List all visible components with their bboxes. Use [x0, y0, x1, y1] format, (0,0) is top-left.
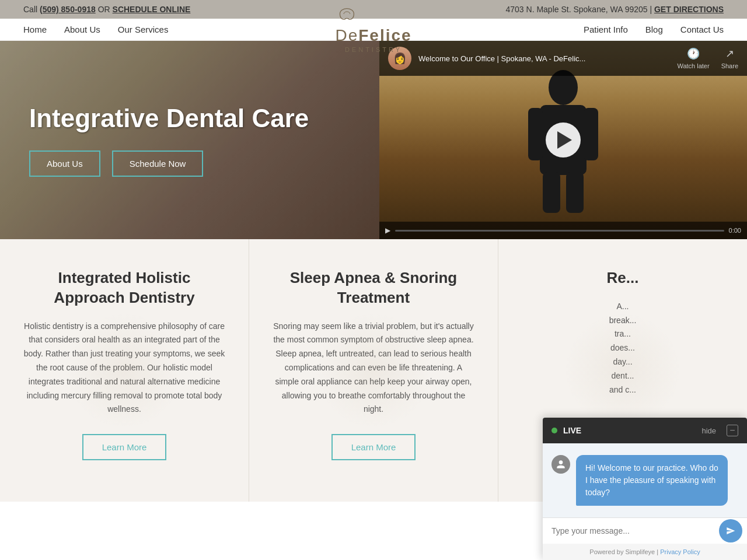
card-holistic: Integrated Holistic Approach Dentistry H…	[0, 239, 249, 502]
share-label: Share	[721, 62, 738, 69]
hero-section: Integrative Dental Care About Us Schedul…	[0, 41, 747, 239]
video-progress-bar[interactable]: ▶ 0:00	[379, 222, 747, 239]
nav-about-us[interactable]: About Us	[64, 24, 100, 34]
logo-felice: Felice	[358, 26, 411, 44]
watch-later-button[interactable]: 🕐 Watch later	[677, 47, 709, 69]
call-text: Call	[23, 5, 40, 14]
video-overlay: 👩 Welcome to Our Office | Spokane, WA - …	[379, 41, 747, 76]
svg-rect-4	[543, 172, 560, 213]
progress-time: 0:00	[729, 227, 741, 234]
nav-right: Patient Info Blog Contact Us	[584, 24, 724, 34]
play-button[interactable]	[546, 123, 581, 158]
hero-buttons: About Us Schedule Now	[29, 150, 350, 177]
share-button[interactable]: ↗ Share	[721, 47, 738, 69]
about-us-button[interactable]: About Us	[29, 150, 100, 177]
play-btn-circle[interactable]	[546, 123, 581, 158]
video-actions: 🕐 Watch later ↗ Share	[677, 47, 738, 69]
schedule-online-link[interactable]: SCHEDULE ONLINE	[113, 5, 191, 14]
play-triangle-icon	[557, 131, 572, 149]
chat-minimize-button[interactable]: −	[727, 425, 738, 436]
phone-link[interactable]: (509) 850-0918	[40, 5, 96, 14]
chat-message-bubble: Hi! Welcome to our practice. Who do I ha…	[576, 455, 728, 502]
hero-video[interactable]: 👩 Welcome to Our Office | Spokane, WA - …	[379, 41, 747, 239]
logo-text: DeFelice DENTISTRY	[335, 27, 411, 53]
directions-link[interactable]: GET DIRECTIONS	[654, 5, 724, 14]
share-icon: ↗	[725, 47, 734, 60]
svg-rect-2	[528, 108, 543, 160]
card-2-learn-more-button[interactable]: Learn More	[331, 434, 416, 460]
logo-de: De	[335, 26, 358, 44]
logo-dentistry: DENTISTRY	[335, 46, 411, 53]
address-text: 4703 N. Maple St. Spokane, WA 99205 |	[505, 5, 654, 14]
svg-rect-5	[566, 172, 584, 213]
nav-patient-info[interactable]: Patient Info	[584, 24, 628, 34]
main-nav: Home About Us Our Services DeFelice DENT…	[0, 19, 747, 41]
logo-tooth-icon	[335, 6, 358, 23]
or-text: OR	[96, 5, 113, 14]
watch-later-label: Watch later	[677, 62, 709, 69]
chat-header: LIVE hide −	[543, 418, 747, 443]
hero-left: Integrative Dental Care About Us Schedul…	[0, 41, 379, 239]
card-1-learn-more-button[interactable]: Learn More	[82, 434, 167, 460]
chat-bot-avatar	[551, 455, 570, 474]
video-title-text: Welcome to Our Office | Spokane, WA - De…	[418, 54, 670, 63]
card-1-title: Integrated Holistic Approach Dentistry	[23, 268, 225, 308]
watch-later-icon: 🕐	[687, 47, 700, 60]
live-label: LIVE	[563, 426, 696, 435]
card-2-text: Snoring may seem like a trivial problem,…	[273, 320, 474, 417]
top-bar-left: Call (509) 850-0918 OR SCHEDULE ONLINE	[23, 5, 190, 14]
nav-contact-us[interactable]: Contact Us	[680, 24, 724, 34]
nav-our-services[interactable]: Our Services	[118, 24, 169, 34]
live-indicator-dot	[551, 428, 557, 433]
card-1-text: Holistic dentistry is a comprehensive ph…	[23, 320, 225, 417]
chat-hide-button[interactable]: hide	[701, 426, 716, 435]
hero-title: Integrative Dental Care	[29, 104, 350, 133]
progress-track[interactable]	[395, 230, 724, 232]
card-3-text: A...break...tra...does...day...dent...an…	[522, 300, 724, 397]
video-play-icon[interactable]: ▶	[385, 226, 390, 235]
chat-widget: LIVE hide − Hi! Welcome to our practice.…	[543, 418, 747, 502]
card-sleep-apnea: Sleep Apnea & Snoring Treatment Snoring …	[249, 239, 498, 502]
schedule-now-button[interactable]: Schedule Now	[112, 150, 204, 177]
logo: DeFelice DENTISTRY	[335, 6, 411, 53]
user-icon	[555, 459, 567, 470]
nav-home[interactable]: Home	[23, 24, 47, 34]
nav-left: Home About Us Our Services	[23, 24, 168, 34]
card-2-title: Sleep Apnea & Snoring Treatment	[273, 268, 474, 308]
top-bar-right: 4703 N. Maple St. Spokane, WA 99205 | GE…	[505, 5, 724, 14]
hero-content: Integrative Dental Care About Us Schedul…	[29, 104, 350, 177]
svg-rect-3	[584, 108, 598, 160]
nav-blog[interactable]: Blog	[645, 24, 663, 34]
chat-messages: Hi! Welcome to our practice. Who do I ha…	[543, 443, 747, 502]
card-3-title: Re...	[522, 268, 724, 288]
